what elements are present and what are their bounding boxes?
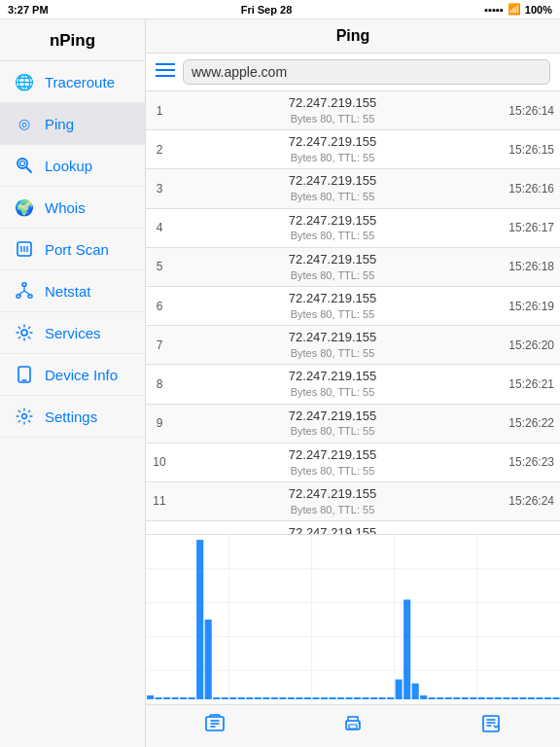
sidebar-item-deviceinfo[interactable]: Device Info <box>0 354 145 396</box>
sidebar-item-services[interactable]: Services <box>0 312 145 354</box>
sidebar-item-ping[interactable]: ◎ Ping <box>0 103 145 145</box>
portscan-icon <box>14 238 35 260</box>
sidebar-item-portscan[interactable]: Port Scan <box>0 229 145 270</box>
row-number: 7 <box>146 326 173 365</box>
svg-rect-83 <box>349 725 357 729</box>
url-display[interactable]: www.apple.com <box>183 59 550 85</box>
ping-results-table: 1 72.247.219.155 Bytes 80, TTL: 55 15:26… <box>146 91 560 534</box>
svg-rect-31 <box>172 697 179 699</box>
wifi-icon: 📶 <box>508 3 521 16</box>
row-info: 72.247.219.155 Bytes 80, TTL: 55 <box>173 481 492 520</box>
sidebar-item-settings-label: Settings <box>45 409 97 425</box>
row-info: 72.247.219.155 Bytes 80, TTL: 55 <box>173 91 492 130</box>
svg-rect-56 <box>379 697 386 699</box>
row-info: 72.247.219.155 Bytes 80, TTL: 55 <box>173 521 492 534</box>
menu-icon[interactable] <box>156 62 175 83</box>
row-meta: Bytes 80, TTL: 55 <box>179 268 486 282</box>
status-bar: 3:27 PM Fri Sep 28 ▪▪▪▪▪ 📶 100% <box>0 0 560 19</box>
row-time: 15:26:21 <box>492 365 560 404</box>
svg-rect-57 <box>387 697 394 699</box>
sidebar-item-whois[interactable]: 🌍 Whois <box>0 187 145 229</box>
bottom-toolbar <box>146 704 560 747</box>
svg-rect-74 <box>528 697 535 699</box>
svg-rect-43 <box>271 697 278 699</box>
svg-rect-32 <box>180 697 187 699</box>
svg-rect-71 <box>503 697 509 699</box>
row-time: 15:26:24 <box>492 481 560 520</box>
row-ip: 72.247.219.155 <box>179 447 486 464</box>
row-ip: 72.247.219.155 <box>179 95 486 112</box>
row-ip: 72.247.219.155 <box>179 486 486 503</box>
services-icon <box>14 322 35 343</box>
table-row: 4 72.247.219.155 Bytes 80, TTL: 55 15:26… <box>146 208 560 247</box>
svg-rect-51 <box>337 697 344 699</box>
svg-rect-37 <box>222 697 228 699</box>
row-number: 2 <box>146 130 173 169</box>
whois-icon: 🌍 <box>14 196 35 218</box>
row-number: 11 <box>146 481 173 520</box>
svg-point-84 <box>358 723 360 725</box>
row-time: 15:26:20 <box>492 326 560 365</box>
sidebar: nPing 🌐 Traceroute ◎ Ping Lookup 🌍 Whois <box>0 19 146 747</box>
table-row: 5 72.247.219.155 Bytes 80, TTL: 55 15:26… <box>146 247 560 286</box>
sidebar-item-whois-label: Whois <box>45 199 86 216</box>
row-meta: Bytes 80, TTL: 55 <box>179 464 486 478</box>
row-time: 15:26:23 <box>492 443 560 481</box>
sidebar-item-netstat-label: Netstat <box>45 283 91 300</box>
svg-rect-35 <box>205 620 212 699</box>
row-time: 15:26:22 <box>492 404 560 443</box>
svg-rect-61 <box>420 695 427 699</box>
sidebar-item-portscan-label: Port Scan <box>45 241 109 258</box>
row-time: 15:26:25 <box>492 521 560 534</box>
svg-rect-47 <box>304 697 311 699</box>
app-container: nPing 🌐 Traceroute ◎ Ping Lookup 🌍 Whois <box>0 19 560 747</box>
table-row: 3 72.247.219.155 Bytes 80, TTL: 55 15:26… <box>146 169 560 208</box>
clear-button[interactable] <box>185 705 245 747</box>
svg-rect-62 <box>429 697 436 699</box>
svg-rect-7 <box>22 283 26 286</box>
svg-rect-58 <box>396 680 402 700</box>
row-info: 72.247.219.155 Bytes 80, TTL: 55 <box>173 326 492 365</box>
traceroute-icon: 🌐 <box>14 71 35 92</box>
svg-line-1 <box>26 167 31 172</box>
signal-icon: ▪▪▪▪▪ <box>484 4 504 16</box>
row-ip: 72.247.219.155 <box>179 330 486 346</box>
svg-rect-40 <box>246 697 253 699</box>
row-number: 12 <box>146 521 173 534</box>
row-number: 1 <box>146 91 173 130</box>
svg-rect-73 <box>519 697 526 699</box>
svg-rect-48 <box>312 697 319 699</box>
table-row: 2 72.247.219.155 Bytes 80, TTL: 55 15:26… <box>146 130 560 169</box>
print-button[interactable] <box>323 705 383 747</box>
settings-icon <box>14 406 35 427</box>
toolbar-top: www.apple.com <box>146 53 560 91</box>
svg-rect-64 <box>445 697 452 699</box>
row-ip: 72.247.219.155 <box>179 134 486 151</box>
row-ip: 72.247.219.155 <box>179 252 486 268</box>
sidebar-item-traceroute[interactable]: 🌐 Traceroute <box>0 61 145 103</box>
row-time: 15:26:15 <box>492 130 560 169</box>
sidebar-item-settings[interactable]: Settings <box>0 396 145 438</box>
svg-rect-34 <box>196 540 203 699</box>
svg-rect-44 <box>279 697 286 699</box>
row-number: 8 <box>146 365 173 404</box>
svg-rect-36 <box>213 697 220 699</box>
table-row: 6 72.247.219.155 Bytes 80, TTL: 55 15:26… <box>146 286 560 325</box>
sidebar-item-lookup[interactable]: Lookup <box>0 145 145 187</box>
svg-rect-52 <box>345 697 352 699</box>
svg-rect-50 <box>329 697 335 699</box>
row-info: 72.247.219.155 Bytes 80, TTL: 55 <box>173 130 492 169</box>
row-info: 72.247.219.155 Bytes 80, TTL: 55 <box>173 169 492 208</box>
svg-rect-77 <box>552 697 559 699</box>
row-time: 15:26:14 <box>492 91 560 130</box>
table-row: 1 72.247.219.155 Bytes 80, TTL: 55 15:26… <box>146 91 560 130</box>
row-time: 15:26:19 <box>492 286 560 325</box>
row-ip: 72.247.219.155 <box>179 173 486 190</box>
svg-rect-46 <box>296 697 302 699</box>
row-info: 72.247.219.155 Bytes 80, TTL: 55 <box>173 208 492 247</box>
sidebar-item-netstat[interactable]: Netstat <box>0 270 145 312</box>
row-number: 4 <box>146 208 173 247</box>
export-button[interactable] <box>461 705 521 747</box>
svg-rect-85 <box>483 716 499 731</box>
chart-area <box>146 534 560 704</box>
